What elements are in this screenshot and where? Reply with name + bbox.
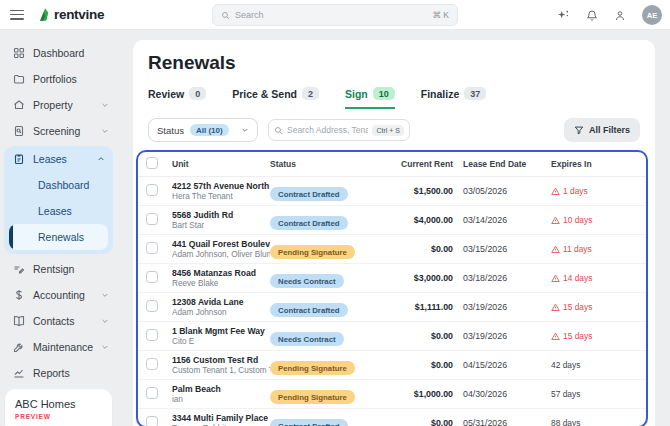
global-search-input[interactable]	[235, 10, 427, 20]
row-checkbox[interactable]	[146, 300, 158, 312]
tab-bar: Review 0 Price & Send 2 Sign 10 Finalize…	[133, 87, 655, 109]
lease-end-date: 03/19/2026	[453, 302, 549, 312]
table-row[interactable]: 5568 Judith Rd Bart Star Contract Drafte…	[138, 206, 646, 235]
unit-address: 3344 Multi Family Place Way	[172, 413, 270, 423]
expires-in: 10 days	[549, 215, 646, 225]
ai-sparkle-icon[interactable]	[557, 9, 570, 22]
current-rent: $1,500.00	[373, 186, 453, 196]
signature-icon	[13, 263, 26, 276]
sidebar-subitem-leases[interactable]: Leases	[4, 198, 113, 224]
bell-icon[interactable]	[586, 9, 598, 22]
row-checkbox[interactable]	[146, 271, 158, 283]
logo-text: rentvine	[54, 7, 104, 22]
warning-icon	[551, 274, 560, 283]
expires-in: 15 days	[549, 331, 646, 341]
chevron-down-icon	[101, 101, 109, 109]
current-rent: $4,000.00	[373, 215, 453, 225]
sidebar-item-reports[interactable]: Reports	[0, 360, 117, 386]
document-search-icon	[13, 125, 26, 138]
sidebar-item-dashboard[interactable]: Dashboard	[0, 40, 117, 66]
rentvine-logo[interactable]: rentvine	[38, 7, 104, 22]
menu-icon[interactable]	[10, 10, 24, 20]
lease-end-date: 04/15/2026	[453, 360, 549, 370]
expires-in: 1 days	[549, 186, 646, 196]
row-checkbox[interactable]	[146, 184, 158, 196]
row-checkbox[interactable]	[146, 242, 158, 254]
expires-in: 15 days	[549, 302, 646, 312]
current-rent: $3,000.00	[373, 273, 453, 283]
current-rent: $0.00	[373, 360, 453, 370]
table-row[interactable]: 1 Blank Mgmt Fee Way Cito E Needs Contra…	[138, 322, 646, 351]
account-card[interactable]: ABC Homes PREVIEW	[5, 389, 112, 426]
table-header: Unit Status Current Rent Lease End Date …	[138, 152, 646, 177]
table-search[interactable]: Ctrl + S	[268, 119, 410, 141]
expires-in: 11 days	[549, 244, 646, 254]
all-filters-button[interactable]: All Filters	[564, 118, 640, 142]
dashboard-grid-icon	[13, 47, 26, 60]
search-icon	[274, 126, 283, 135]
sidebar-group-leases: Leases Dashboard Leases Renewals	[4, 146, 113, 254]
top-bar: rentvine ⌘ K AE	[0, 0, 670, 30]
row-checkbox[interactable]	[146, 358, 158, 370]
unit-tenant: Hera The Tenant	[172, 192, 270, 201]
lease-end-date: 05/31/2026	[453, 418, 549, 426]
current-rent: $0.00	[373, 244, 453, 254]
tab-finalize[interactable]: Finalize 37	[421, 87, 487, 109]
sidebar-item-leases[interactable]: Leases	[4, 146, 113, 172]
lease-end-date: 03/14/2026	[453, 215, 549, 225]
account-preview-badge: PREVIEW	[15, 413, 102, 420]
renewals-table: Unit Status Current Rent Lease End Date …	[136, 150, 648, 426]
tab-review[interactable]: Review 0	[148, 87, 206, 109]
tab-sign[interactable]: Sign 10	[345, 87, 395, 109]
table-row[interactable]: 12308 Avida Lane Adam Johnson Contract D…	[138, 293, 646, 322]
filter-row: Status All (10) Ctrl + S All Filters	[148, 118, 640, 142]
page-title: Renewals	[133, 52, 655, 74]
unit-tenant: Custom Tenant 1, Custom Ten...	[172, 366, 270, 375]
tab-price-count: 2	[302, 87, 319, 100]
sidebar-subitem-renewals[interactable]: Renewals	[9, 224, 108, 250]
sidebar-item-screening[interactable]: Screening	[0, 118, 117, 144]
row-checkbox[interactable]	[146, 387, 158, 399]
chevron-down-icon	[241, 126, 249, 134]
tab-review-count: 0	[189, 87, 206, 100]
table-row[interactable]: 1156 Custom Test Rd Custom Tenant 1, Cus…	[138, 351, 646, 380]
sidebar-item-property[interactable]: Property	[0, 92, 117, 118]
sidebar-subitem-dashboard[interactable]: Dashboard	[4, 172, 113, 198]
sidebar-item-maintenance[interactable]: Maintenance	[0, 334, 117, 360]
current-rent: $0.00	[373, 331, 453, 341]
sidebar-item-rentsign[interactable]: Rentsign	[0, 256, 117, 282]
unit-address: 8456 Matanzas Road	[172, 268, 270, 278]
tab-finalize-count: 37	[464, 87, 486, 100]
table-row[interactable]: 8456 Matanzas Road Reeve Blake Needs Con…	[138, 264, 646, 293]
status-filter-value: All (10)	[190, 124, 229, 136]
sidebar-item-portfolios[interactable]: Portfolios	[0, 66, 117, 92]
status-badge: Contract Drafted	[270, 187, 348, 201]
dollar-icon	[13, 289, 26, 302]
status-badge: Contract Drafted	[270, 216, 348, 230]
status-filter-dropdown[interactable]: Status All (10)	[148, 118, 258, 142]
chart-icon	[13, 367, 26, 380]
avatar[interactable]: AE	[642, 5, 662, 25]
global-search[interactable]: ⌘ K	[212, 4, 458, 26]
table-row[interactable]: 4212 57th Avenue North Hera The Tenant C…	[138, 177, 646, 206]
sidebar-item-contacts[interactable]: Contacts	[0, 308, 117, 334]
row-checkbox[interactable]	[146, 416, 158, 426]
expires-in: 57 days	[549, 389, 646, 399]
table-row[interactable]: 441 Quail Forest Boulevard Adam Johnson,…	[138, 235, 646, 264]
lease-end-date: 03/05/2026	[453, 186, 549, 196]
select-all-checkbox[interactable]	[146, 157, 158, 169]
row-checkbox[interactable]	[146, 213, 158, 225]
account-name: ABC Homes	[15, 398, 102, 410]
warning-icon	[551, 187, 560, 196]
user-icon[interactable]	[614, 9, 626, 22]
table-row[interactable]: 3344 Multi Family Place Way Trooper Rabb…	[138, 409, 646, 426]
row-checkbox[interactable]	[146, 329, 158, 341]
table-search-input[interactable]	[287, 125, 368, 135]
current-rent: $0.00	[373, 418, 453, 426]
sidebar-item-accounting[interactable]: Accounting	[0, 282, 117, 308]
table-row[interactable]: Palm Beach ian Pending Signature $1,000.…	[138, 380, 646, 409]
tab-price-and-send[interactable]: Price & Send 2	[232, 87, 319, 109]
warning-icon	[551, 245, 560, 254]
tab-sign-count: 10	[373, 87, 395, 100]
unit-address: 12308 Avida Lane	[172, 297, 270, 307]
